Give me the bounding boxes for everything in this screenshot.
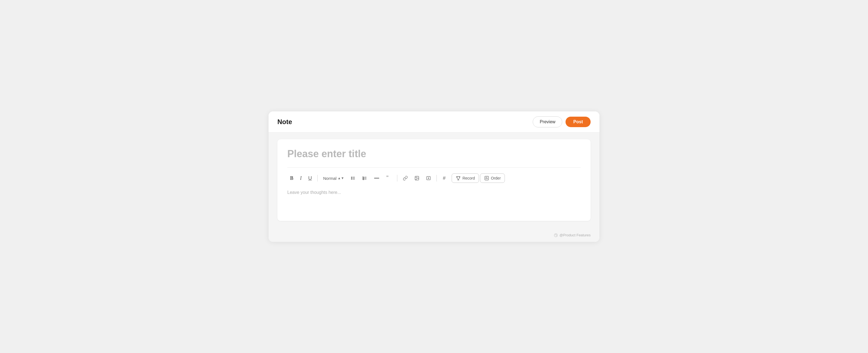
separator-2 (397, 175, 397, 181)
hashtag-icon: # (442, 175, 448, 181)
footer-credit: @Product Features (554, 233, 591, 237)
trophy-icon (456, 176, 461, 181)
app-container: Note Preview Post B I (269, 111, 599, 242)
record-label: Record (462, 176, 475, 180)
underline-button[interactable]: U (306, 173, 315, 183)
svg-text:#: # (443, 175, 445, 181)
image-icon (414, 176, 420, 181)
blockquote-icon: " (386, 176, 392, 181)
image-button[interactable] (412, 174, 422, 183)
italic-button[interactable]: I (297, 173, 304, 183)
horizontal-rule-button[interactable] (371, 174, 382, 183)
order-label: Order (491, 176, 501, 180)
title-input[interactable] (287, 148, 581, 160)
preview-button[interactable]: Preview (533, 116, 562, 127)
format-label: Normal (323, 176, 336, 181)
content-placeholder: Leave your thoughts here... (287, 190, 341, 195)
svg-point-1 (351, 178, 352, 178)
format-select[interactable]: Normal ▲▼ (320, 174, 347, 182)
bullet-list-icon (351, 176, 356, 181)
format-arrows-icon: ▲▼ (338, 177, 344, 180)
footer: @Product Features (269, 230, 599, 242)
link-button[interactable] (400, 174, 410, 183)
page-title: Note (277, 118, 292, 126)
header-actions: Preview Post (533, 116, 591, 127)
editor-card: B I U Normal ▲▼ (277, 139, 591, 221)
numbered-list-icon: 1. 2. 3. (362, 176, 367, 181)
content-area[interactable]: Leave your thoughts here... (287, 189, 581, 211)
svg-point-0 (351, 177, 352, 177)
bold-button[interactable]: B (287, 173, 296, 183)
svg-marker-17 (428, 177, 430, 179)
separator-1 (317, 175, 318, 181)
svg-point-23 (554, 234, 558, 237)
link-icon (403, 176, 408, 181)
brand-icon (554, 233, 558, 237)
main-content: B I U Normal ▲▼ (269, 133, 599, 230)
svg-text:": " (386, 176, 389, 181)
blockquote-button[interactable]: " (383, 174, 394, 183)
order-button[interactable]: Order (480, 174, 505, 183)
bullet-list-button[interactable] (348, 174, 359, 183)
hashtag-button[interactable]: # (439, 173, 451, 183)
svg-text:3.: 3. (363, 178, 364, 180)
record-button[interactable]: Record (452, 174, 479, 183)
horizontal-rule-icon (374, 176, 379, 181)
order-icon (484, 176, 489, 181)
toolbar: B I U Normal ▲▼ (287, 173, 581, 183)
header: Note Preview Post (269, 111, 599, 133)
numbered-list-button[interactable]: 1. 2. 3. (360, 174, 370, 183)
separator-3 (436, 175, 437, 181)
svg-point-2 (351, 179, 352, 179)
post-button[interactable]: Post (565, 117, 591, 127)
svg-point-15 (416, 177, 416, 178)
video-button[interactable] (423, 174, 434, 183)
video-icon (426, 176, 431, 181)
